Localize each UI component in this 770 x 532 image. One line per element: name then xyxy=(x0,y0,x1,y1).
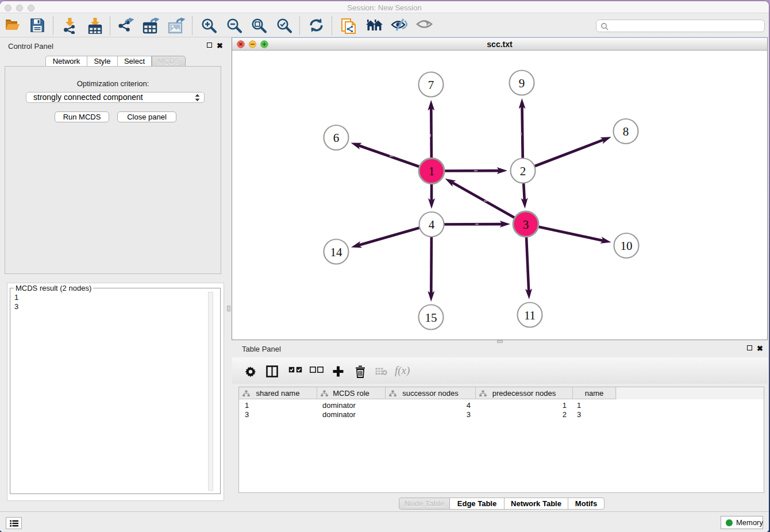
svg-text:14: 14 xyxy=(330,245,343,259)
svg-text:2: 2 xyxy=(520,164,526,178)
svg-text:6: 6 xyxy=(333,131,340,145)
svg-text:8: 8 xyxy=(623,125,629,138)
svg-text:11: 11 xyxy=(524,309,536,322)
svg-text:3: 3 xyxy=(523,218,529,232)
svg-text:10: 10 xyxy=(621,239,633,253)
svg-text:4: 4 xyxy=(429,218,435,232)
svg-text:1: 1 xyxy=(429,164,435,178)
svg-text:15: 15 xyxy=(425,311,437,325)
svg-text:7: 7 xyxy=(428,78,434,92)
svg-text:9: 9 xyxy=(519,76,525,90)
